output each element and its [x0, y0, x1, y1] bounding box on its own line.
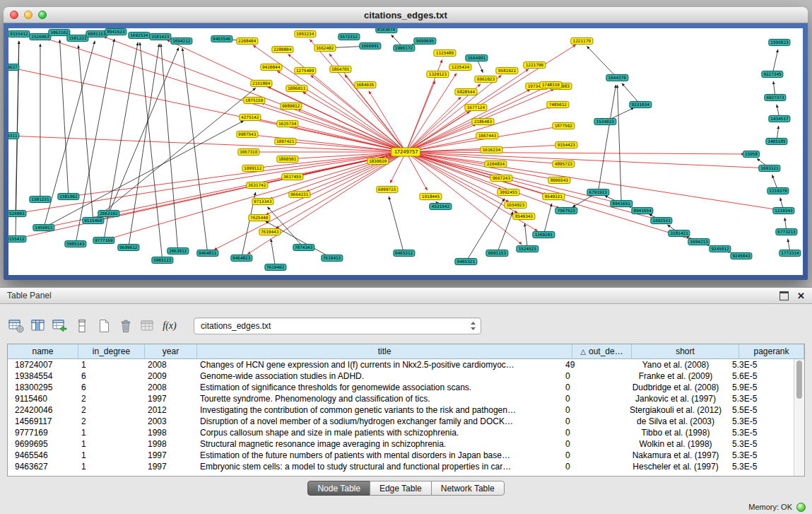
graph-node[interactable]: 1748310 [540, 81, 562, 88]
graph-edge[interactable] [271, 239, 275, 264]
graph-node[interactable]: 1225434 [449, 64, 471, 71]
graph-node[interactable]: 9231034 [630, 101, 652, 108]
network-canvas[interactable]: 1724975791554122526903306310215812316091… [8, 28, 803, 275]
graph-node[interactable]: 1320123 [427, 71, 449, 78]
tab-network-table[interactable]: Network Table [431, 481, 505, 496]
graph-node[interactable]: 5905143 [64, 240, 86, 247]
graph-edge[interactable] [161, 44, 178, 247]
graph-edge[interactable] [618, 85, 621, 200]
graph-node[interactable]: 1694212 [170, 37, 192, 45]
graph-edge[interactable] [777, 105, 779, 115]
graph-node[interactable]: 1007421 [274, 138, 296, 145]
delete-column-button[interactable] [117, 317, 135, 335]
float-panel-icon[interactable] [779, 291, 789, 300]
close-panel-icon[interactable]: ✕ [797, 291, 805, 301]
graph-node[interactable]: 9713343 [252, 198, 273, 205]
graph-node[interactable]: 1877502 [553, 122, 575, 129]
graph-edge[interactable] [59, 40, 68, 193]
graph-edge[interactable] [182, 48, 207, 250]
graph-node[interactable]: 5572312 [338, 33, 360, 40]
graph-node[interactable]: 7567523 [555, 207, 577, 214]
graph-node[interactable]: 9664231 [288, 191, 310, 198]
graph-edge[interactable] [409, 152, 744, 154]
graph-node[interactable]: 1269201 [533, 231, 555, 238]
graph-node[interactable]: 8941651 [611, 200, 632, 207]
graph-node[interactable]: 1067443 [476, 132, 498, 139]
graph-node[interactable]: 6791923 [587, 189, 609, 196]
graph-node[interactable]: 8096543 [548, 177, 570, 184]
graph-node[interactable]: 9227345 [761, 71, 783, 78]
graph-node[interactable]: 1664091 [466, 54, 488, 62]
graph-edge[interactable] [129, 44, 160, 244]
graph-node[interactable]: 1456911 [33, 224, 54, 231]
column-header-year[interactable]: year [145, 344, 197, 358]
graph-node[interactable]: 3181423 [149, 33, 171, 40]
graph-node[interactable]: 8183074 [375, 28, 397, 33]
graph-node-hub[interactable]: 17249757 [392, 148, 421, 157]
edit-table-button[interactable] [51, 317, 69, 335]
graph-edge[interactable] [478, 62, 483, 73]
graph-edge[interactable] [389, 197, 403, 250]
graph-node[interactable]: 6927373 [764, 94, 786, 101]
graph-node[interactable]: 7625440 [248, 214, 270, 221]
graph-node[interactable]: 2063102 [98, 210, 119, 217]
column-header-out_de[interactable]: △out_de… [572, 344, 632, 358]
graph-node[interactable]: 1654923 [505, 201, 526, 209]
import-table-button[interactable] [7, 317, 25, 335]
graph-edge[interactable] [110, 47, 179, 210]
graph-node[interactable]: 9777169 [93, 237, 114, 244]
graph-node[interactable]: 8941623 [105, 28, 126, 35]
graph-node[interactable]: 3067310 [237, 148, 259, 156]
graph-edge[interactable] [267, 206, 301, 245]
graph-node[interactable]: 1860501 [276, 156, 298, 163]
graph-node[interactable]: 1830029 [367, 158, 389, 165]
graph-edge[interactable] [47, 39, 402, 151]
graph-node[interactable]: 3631742 [246, 182, 268, 189]
graph-node[interactable]: 9465546 [211, 35, 233, 42]
graph-edge[interactable] [390, 155, 404, 183]
graph-edge[interactable] [293, 142, 403, 152]
window-titlebar[interactable]: citations_edges.txt [4, 7, 808, 23]
graph-node[interactable]: 4275142 [239, 114, 261, 121]
graph-node[interactable]: 1677124 [465, 104, 487, 111]
graph-edge[interactable] [96, 88, 256, 218]
graph-node[interactable]: 2280804 [271, 46, 293, 53]
graph-edge[interactable] [572, 194, 595, 207]
graph-node[interactable]: 1886011 [286, 85, 307, 92]
graph-node[interactable]: 9155412 [8, 235, 27, 243]
new-column-button[interactable] [95, 317, 113, 335]
graph-edge[interactable] [302, 92, 403, 150]
graph-node[interactable]: 9464811 [196, 250, 218, 257]
row-height-button[interactable] [73, 317, 91, 335]
graph-edge[interactable] [587, 46, 615, 75]
graph-node[interactable]: 1693321 [758, 165, 780, 172]
graph-node[interactable]: 1875150 [243, 97, 265, 104]
graph-node[interactable]: 9699612 [117, 244, 139, 251]
graph-edge[interactable] [265, 221, 329, 257]
graph-node[interactable]: 1210343 [772, 207, 794, 214]
graph-node[interactable]: 6091153 [486, 250, 508, 257]
graph-node[interactable]: 3181421 [668, 230, 690, 237]
column-header-in_degree[interactable]: in_degree [78, 344, 145, 358]
graph-edge[interactable] [784, 218, 786, 228]
graph-edge[interactable] [408, 155, 428, 190]
graph-node[interactable]: 7485012 [547, 101, 569, 108]
table-row[interactable]: 946554611997Estimation of the future num… [8, 450, 794, 461]
table-row[interactable]: 1456911722003Disruption of a novel membe… [8, 416, 794, 427]
table-row[interactable]: 911546021997Tourette syndrome. Phenomeno… [8, 393, 794, 404]
graph-node[interactable]: 2204834 [485, 160, 507, 168]
close-button[interactable] [10, 11, 18, 19]
graph-node[interactable]: 9699695 [414, 37, 436, 45]
graph-node[interactable]: 2208404 [236, 37, 258, 45]
graph-node[interactable]: 1694213 [688, 238, 710, 245]
graph-node[interactable]: 3092455 [498, 189, 519, 196]
graph-edge[interactable] [773, 49, 778, 71]
graph-node[interactable]: 5905123 [151, 257, 173, 264]
graph-edge[interactable] [780, 198, 783, 208]
graph-node[interactable]: 1125480 [434, 49, 456, 57]
graph-edge[interactable] [409, 153, 777, 210]
graph-node[interactable]: 7619402 [264, 264, 286, 271]
graph-node[interactable]: 1684035 [354, 81, 376, 88]
graph-node[interactable]: 1221790 [524, 62, 546, 69]
graph-node[interactable]: 9465312 [393, 250, 415, 257]
